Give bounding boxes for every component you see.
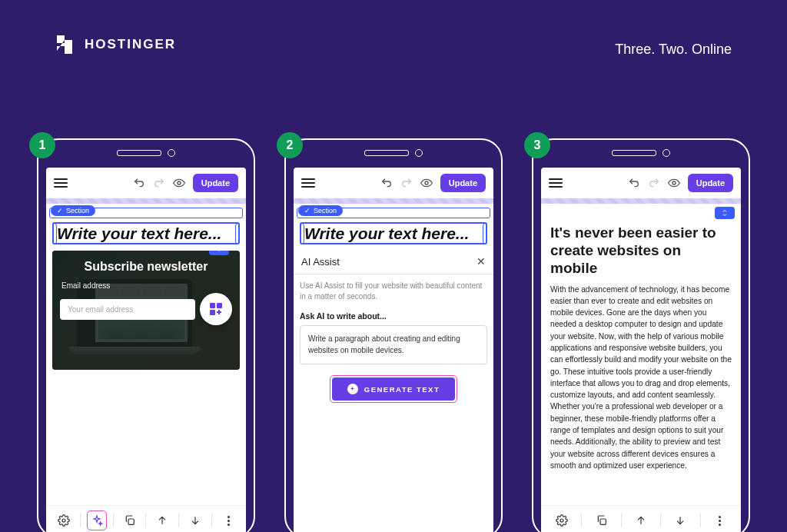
more-button[interactable]	[215, 510, 241, 530]
phone-notch	[117, 149, 175, 157]
step-2-phone: 2 Update Section Write your text here	[284, 138, 503, 532]
phone-notch	[364, 149, 423, 157]
resize-handle-right[interactable]	[235, 223, 240, 244]
add-element-fab[interactable]	[200, 293, 232, 325]
section-tag[interactable]: Section	[51, 205, 95, 216]
move-up-button[interactable]	[149, 510, 175, 530]
svg-point-5	[560, 519, 563, 522]
update-button[interactable]: Update	[688, 174, 733, 192]
update-button[interactable]: Update	[193, 174, 238, 192]
undo-icon[interactable]	[380, 177, 393, 189]
preview-icon[interactable]	[420, 177, 433, 189]
redo-icon	[153, 177, 165, 189]
step-badge-1: 1	[29, 132, 55, 158]
tagline: Three. Two. Online	[615, 42, 732, 58]
close-icon[interactable]: ✕	[477, 255, 486, 268]
resize-vertical-icon[interactable]	[209, 251, 229, 255]
ai-prompt-label: Ask AI to write about...	[300, 311, 487, 321]
resize-handle-right[interactable]	[483, 223, 487, 244]
section-divider-strip	[46, 198, 246, 204]
editor-toolbar: Update	[294, 168, 493, 198]
subscribe-overlay: Subscribe newsletter Email address Your …	[52, 251, 240, 370]
headline-text-field[interactable]: Write your text here...	[52, 222, 240, 244]
generated-heading[interactable]: It's never been easier to create website…	[550, 224, 732, 278]
section-divider-strip	[541, 198, 741, 204]
editor-toolbar: Update	[46, 168, 246, 198]
ai-assist-button[interactable]	[84, 510, 110, 530]
bottom-toolbar	[46, 505, 246, 532]
editor-toolbar: Update	[541, 168, 741, 198]
ai-panel-subtitle: Use AI Assist to fill your website with …	[300, 281, 487, 302]
ai-panel-title: AI Assist	[301, 256, 340, 268]
resize-handle-left[interactable]	[52, 223, 57, 244]
move-up-button[interactable]	[625, 510, 657, 530]
menu-icon[interactable]	[54, 178, 68, 188]
redo-icon	[648, 177, 660, 189]
headline-placeholder: Write your text here...	[304, 224, 469, 242]
svg-rect-2	[128, 519, 134, 524]
menu-icon[interactable]	[549, 178, 563, 188]
hero-image-block[interactable]: Subscribe newsletter Email address Your …	[52, 251, 240, 370]
section-tag[interactable]: Section	[298, 205, 343, 216]
ai-assist-panel: AI Assist ✕ Use AI Assist to fill your w…	[300, 252, 487, 403]
generate-text-button[interactable]: GENERATE TEXT	[332, 377, 456, 401]
resize-handle-left[interactable]	[300, 223, 304, 244]
bottom-toolbar	[541, 505, 741, 532]
move-down-button[interactable]	[182, 510, 208, 530]
step-badge-3: 3	[524, 132, 550, 158]
step-badge-2: 2	[277, 132, 303, 158]
duplicate-button[interactable]	[585, 510, 617, 530]
settings-button[interactable]	[546, 510, 578, 530]
generated-body-text[interactable]: With the advancement of technology, it h…	[550, 284, 732, 472]
ai-prompt-input[interactable]: Write a paragraph about creating and edi…	[300, 325, 487, 364]
generate-text-label: GENERATE TEXT	[364, 385, 440, 394]
sparkle-icon	[347, 384, 358, 394]
move-down-button[interactable]	[664, 510, 696, 530]
undo-icon[interactable]	[133, 177, 145, 189]
subscribe-heading[interactable]: Subscribe newsletter	[60, 260, 232, 274]
brand-name: HOSTINGER	[85, 37, 176, 52]
section-divider-strip	[294, 198, 493, 204]
svg-point-0	[178, 181, 181, 185]
brand-header: HOSTINGER	[55, 34, 176, 55]
settings-button[interactable]	[51, 510, 77, 530]
preview-icon[interactable]	[173, 177, 185, 189]
duplicate-button[interactable]	[117, 510, 143, 530]
step-3-phone: 3 Update It's never been easier to creat…	[532, 138, 750, 532]
svg-point-3	[425, 181, 428, 185]
phone-notch	[612, 149, 670, 157]
menu-icon[interactable]	[301, 178, 315, 188]
redo-icon	[400, 177, 413, 189]
email-label: Email address	[61, 281, 232, 290]
headline-text-field[interactable]: Write your text here...	[300, 222, 487, 244]
add-grid-icon	[210, 303, 222, 315]
resize-vertical-icon[interactable]	[715, 207, 735, 219]
undo-icon[interactable]	[628, 177, 640, 189]
update-button[interactable]: Update	[440, 174, 486, 192]
svg-point-4	[672, 181, 676, 185]
hostinger-logo-icon	[55, 34, 74, 55]
headline-placeholder: Write your text here...	[57, 224, 221, 242]
svg-rect-6	[600, 519, 606, 524]
preview-icon[interactable]	[668, 177, 680, 189]
more-button[interactable]	[704, 510, 736, 530]
svg-point-1	[62, 519, 65, 522]
generate-highlight: GENERATE TEXT	[330, 375, 458, 403]
email-input[interactable]: Your email address	[60, 299, 195, 320]
step-1-phone: 1 Update Section	[37, 138, 255, 532]
